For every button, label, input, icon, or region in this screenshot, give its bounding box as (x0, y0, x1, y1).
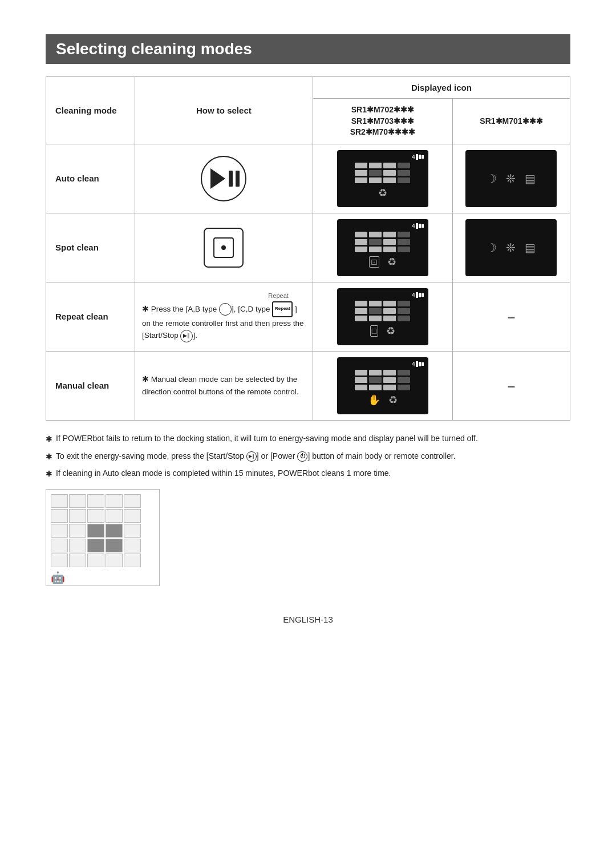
floor-cell (87, 524, 104, 538)
auto-clean-display: 4 (337, 150, 428, 207)
how-cell-manual: ✱ Manual clean mode can be selected by t… (135, 351, 313, 420)
fan-icon-4: ❊ (506, 241, 516, 255)
note-star: ✱ (46, 450, 52, 464)
start-stop-icon: ▶‖ (180, 330, 193, 342)
repeat-small-icon: □ (370, 325, 378, 337)
fan-icon-6: ♻ (388, 394, 398, 406)
bottom-icons: ♻ (378, 187, 387, 199)
note-item: ✱ To exit the energy-saving mode, press … (46, 450, 570, 464)
display-cell-model1-manual: 4 (313, 351, 452, 420)
display-cell-model1-repeat: 4 (313, 282, 452, 351)
bottom-icons-4: ✋ ♻ (368, 394, 398, 406)
display-cell-model2: ☽ ❊ ▤ (452, 144, 570, 213)
floor-cell (87, 554, 104, 567)
fan-icon-2: ❊ (506, 172, 516, 185)
bottom-icons-2: ⊡ ♻ (369, 256, 396, 268)
floor-cell (106, 524, 123, 538)
note-text: To exit the energy-saving mode, press th… (56, 450, 456, 464)
floor-cell (69, 554, 86, 567)
repeat-instructions: Repeat ✱ Press the [A,B type ], [C,D typ… (142, 291, 306, 342)
segment-display-4 (355, 370, 410, 390)
manual-clean-display: 4 (337, 357, 428, 414)
dash-manual: – (460, 378, 563, 394)
floor-cell (69, 524, 86, 538)
pause-bar-left (229, 171, 233, 187)
fan-icon-5: ♻ (386, 325, 395, 337)
power-inline: ⏻ (297, 451, 307, 462)
floor-cell (51, 539, 68, 552)
segment-display (355, 163, 410, 183)
notes-section: ✱ If POWERbot fails to return to the doc… (46, 432, 570, 481)
table-row: Auto clean 4 (46, 144, 570, 213)
repeat-icon: Repeat (272, 301, 293, 317)
note-item: ✱ If POWERbot fails to return to the doc… (46, 432, 570, 446)
col-how-to-select: How to select (135, 77, 313, 144)
cleaning-modes-table: Cleaning mode How to select Displayed ic… (46, 76, 570, 421)
col-cleaning-mode: Cleaning mode (46, 77, 135, 144)
mode-cell: Manual clean (46, 351, 135, 420)
floor-cell (51, 509, 68, 523)
floor-cell (106, 494, 123, 508)
moon-icon: ☽ (487, 172, 497, 185)
floor-cell (87, 539, 104, 552)
moon-icon-2: ☽ (487, 241, 497, 255)
pause-bars-icon (229, 171, 240, 187)
hand-icon: ✋ (368, 394, 380, 406)
spot-button-icon (204, 228, 244, 268)
display-cell-model1: 4 (313, 213, 452, 282)
pause-bar-right (236, 171, 240, 187)
floor-cell (106, 539, 123, 552)
auto-clean-display-2: ☽ ❊ ▤ (465, 150, 557, 207)
floor-cell (69, 494, 86, 508)
robot-icon: 🤖 (51, 571, 155, 584)
note-text: If cleaning in Auto clean mode is comple… (56, 467, 391, 481)
repeat-label: Repeat (142, 291, 289, 301)
table-header-row: Cleaning mode How to select Displayed ic… (46, 77, 570, 99)
floor-cell (69, 539, 86, 552)
display-cell-model1: 4 (313, 144, 452, 213)
floor-cell (51, 524, 68, 538)
battery-icon: 4 (412, 154, 424, 160)
how-cell (135, 144, 313, 213)
floor-cell (69, 509, 86, 523)
battery-icon-3: 4 (412, 292, 424, 298)
floor-cell (87, 509, 104, 523)
mode-cell: Repeat clean (46, 282, 135, 351)
play-pause-button-icon (201, 156, 246, 201)
fan-icon-3: ♻ (387, 256, 396, 268)
floor-cell (87, 494, 104, 508)
model2-header: SR1✱M701✱✱✱ (452, 99, 570, 144)
displayed-icon-header: Displayed icon (313, 77, 570, 99)
fan-icon: ♻ (378, 187, 387, 199)
note-star: ✱ (46, 467, 52, 481)
segment-display-3 (355, 301, 410, 321)
table-row: Repeat clean Repeat ✱ Press the [A,B typ… (46, 282, 570, 351)
mode-cell: Spot clean (46, 213, 135, 282)
floor-plan-image: 🤖 (46, 489, 160, 586)
manual-clean-label: Manual clean (55, 381, 109, 390)
floor-cell (124, 509, 141, 523)
dash-repeat: – (460, 309, 563, 325)
page-title: Selecting cleaning modes (46, 34, 570, 64)
display-cell-model2-repeat: – (452, 282, 570, 351)
play-triangle-icon (210, 168, 225, 189)
spot-clean-label: Spot clean (55, 243, 99, 252)
manual-instructions: ✱ Manual clean mode can be selected by t… (142, 373, 306, 398)
how-header-label: How to select (196, 106, 252, 115)
spot-inner-icon (213, 237, 234, 258)
note-text: If POWERbot fails to return to the docki… (56, 432, 478, 446)
bottom-icons-3: □ ♻ (370, 325, 395, 337)
play-pause-combined (208, 168, 240, 189)
page-number: ENGLISH-13 (46, 615, 570, 624)
repeat-clean-label: Repeat clean (55, 312, 108, 321)
note-item: ✱ If cleaning in Auto clean mode is comp… (46, 467, 570, 481)
spot-clean-display-2: ☽ ❊ ▤ (465, 219, 557, 276)
table-row: Spot clean 4 (46, 213, 570, 282)
spot-small-icon: ⊡ (369, 256, 379, 268)
auto-clean-label: Auto clean (55, 173, 99, 183)
display-cell-model2-manual: – (452, 351, 570, 420)
table-row: Manual clean ✱ Manual clean mode can be … (46, 351, 570, 420)
schedule-icon: ▤ (525, 172, 536, 185)
floor-cell (51, 494, 68, 508)
floor-cell (124, 524, 141, 538)
